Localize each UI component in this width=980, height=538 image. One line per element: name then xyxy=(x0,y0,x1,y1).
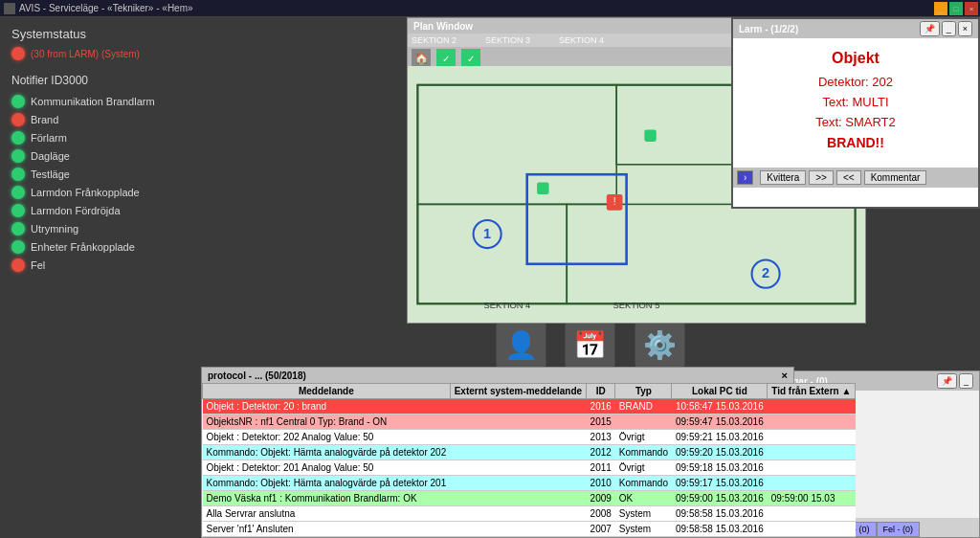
plan-title-text: Plan Window xyxy=(413,21,473,32)
table-cell-msg: Kommando: Objekt: Hämta analogvärde på d… xyxy=(203,445,451,460)
alarm-brand: BRAND!! xyxy=(745,135,967,150)
svg-text:!: ! xyxy=(613,196,616,207)
table-cell-id: 2015 xyxy=(587,415,615,430)
svg-rect-12 xyxy=(537,183,548,194)
table-cell-ext xyxy=(450,460,586,476)
status-label-text: Förlarm xyxy=(31,132,67,144)
table-row[interactable]: Alla Servrar anslutna2008System09:58:58 … xyxy=(203,506,856,522)
status-label-text: Fel xyxy=(31,259,45,271)
protocol-header-row: Meddelande Externt system-meddelande ID … xyxy=(203,384,856,399)
svg-rect-3 xyxy=(417,204,567,303)
alarm-text2: Text: SMART2 xyxy=(745,115,967,129)
status-label-text: Kommunikation Brandlarm xyxy=(31,96,155,107)
protocol-window: protocol - ... (50/2018) × Meddelande Ex… xyxy=(201,367,794,538)
alarm-body: Objekt Detektor: 202 Text: MULTI Text: S… xyxy=(733,38,978,168)
table-row[interactable]: Objekt : Detektor: 20 : brand2016BRAND10… xyxy=(203,399,856,415)
status-label-text: Testläge xyxy=(31,168,70,180)
table-cell-pc_tid: 09:58:58 15.03.2016 xyxy=(672,506,768,522)
table-row[interactable]: Demo Väska nf1 : Kommunikation Brandlarm… xyxy=(203,491,856,506)
table-cell-ext xyxy=(450,445,586,460)
table-cell-typ: Kommando xyxy=(615,476,672,491)
alarm-min-button[interactable]: _ xyxy=(942,21,956,36)
table-cell-msg: Objekt : Detektor: 202 Analog Value: 50 xyxy=(203,430,451,445)
minimize-button[interactable]: _ xyxy=(934,2,947,15)
alarm-text1: Text: MULTI xyxy=(745,95,967,109)
table-row[interactable]: Objekt : Detektor: 201 Analog Value: 502… xyxy=(203,460,856,476)
check-icon-2: ✓ xyxy=(467,54,475,64)
app-icon xyxy=(4,3,15,14)
frk-pin-button[interactable]: 📌 xyxy=(937,373,957,389)
table-cell-ext xyxy=(450,430,586,445)
table-cell-msg: Objekt : Detektor: 20 : brand xyxy=(203,399,451,415)
status-label-text: Larmdon Frånkopplade xyxy=(31,187,140,198)
table-cell-ext xyxy=(450,506,586,522)
status-dot xyxy=(11,222,25,235)
alarm-title-bar: Larm - (1/2/2) 📌 _ × xyxy=(733,19,978,38)
main-content: Systemstatus (30 from LARM) (System) Not… xyxy=(0,17,980,538)
table-cell-typ: Övrigt xyxy=(615,430,672,445)
table-cell-typ: System xyxy=(615,506,672,522)
table-row[interactable]: Server 'nf1' Ansluten2007System09:58:58 … xyxy=(203,522,856,537)
status-item: Enheter Frånkopplade xyxy=(11,240,189,254)
alarm-objekt: Objekt xyxy=(745,50,967,67)
frk-tab-fel[interactable]: Fel - (0) xyxy=(877,522,921,537)
icon-placeholder-1: 🏠 xyxy=(414,52,429,65)
svg-text:SEKTION 5: SEKTION 5 xyxy=(613,302,660,311)
svg-text:SEKTION 4: SEKTION 4 xyxy=(484,302,531,311)
frk-controls: 📌 _ xyxy=(937,373,973,389)
svg-text:1: 1 xyxy=(483,226,491,241)
status-item: Brand xyxy=(11,113,189,126)
protocol-close-button[interactable]: × xyxy=(782,370,788,381)
status-item: Larmdon Fördröjda xyxy=(11,204,189,217)
table-cell-ext xyxy=(450,476,586,491)
status-item: Förlarm xyxy=(11,131,189,145)
close-button[interactable]: × xyxy=(965,2,978,15)
table-cell-msg: Alla Servrar anslutna xyxy=(203,506,451,522)
table-cell-ext_tid xyxy=(768,476,856,491)
status-label-text: Larmdon Fördröjda xyxy=(31,205,121,216)
svg-text:2: 2 xyxy=(762,265,769,280)
table-row[interactable]: Kommando: Objekt: Hämta analogvärde på d… xyxy=(203,476,856,491)
check-icon: ✓ xyxy=(442,54,450,64)
table-cell-ext xyxy=(450,415,586,430)
status-label-text: Brand xyxy=(31,114,58,125)
section-tab-3[interactable]: SEKTION 3 xyxy=(485,35,530,45)
dev-icon-box: ⚙️ xyxy=(635,320,685,370)
status-item: Fel xyxy=(11,258,189,272)
alarm-pin-button[interactable]: 📌 xyxy=(920,21,940,36)
alarm-nav-prev[interactable]: << xyxy=(836,170,861,185)
notifier-section: Notifier ID3000 Kommunikation BrandlarmB… xyxy=(11,74,189,272)
status-dot xyxy=(11,149,25,163)
calendar-icon: 📅 xyxy=(573,329,607,361)
center-panel: Logga ut Inloggad: Tekniker 🔒 👤 Användar… xyxy=(201,17,980,538)
alarm-kvittera-button[interactable]: Kvittera xyxy=(760,170,806,185)
user-figure-icon: 👤 xyxy=(504,329,538,361)
table-cell-pc_tid: 09:58:58 15.03.2016 xyxy=(672,522,768,537)
table-cell-id: 2007 xyxy=(587,522,615,537)
status-items-container: Kommunikation BrandlarmBrandFörlarmDaglä… xyxy=(11,95,189,272)
alarm-close-button[interactable]: × xyxy=(958,21,972,36)
maximize-button[interactable]: □ xyxy=(949,2,963,15)
table-cell-typ: OK xyxy=(615,491,672,506)
section-icon-1: 🏠 xyxy=(412,49,431,68)
svg-rect-4 xyxy=(567,204,855,303)
system-alarm-indicator: (30 from LARM) (System) xyxy=(11,47,189,60)
table-cell-id: 2016 xyxy=(587,399,615,415)
col-externt: Externt system-meddelande xyxy=(450,384,586,399)
table-cell-id: 2012 xyxy=(587,445,615,460)
alarm-nav-forward[interactable]: › xyxy=(737,170,753,185)
table-cell-ext_tid xyxy=(768,445,856,460)
table-row[interactable]: Kommando: Objekt: Hämta analogvärde på d… xyxy=(203,445,856,460)
section-tab-4[interactable]: SEKTION 4 xyxy=(559,35,604,45)
table-row[interactable]: Objekt : Detektor: 202 Analog Value: 502… xyxy=(203,430,856,445)
table-cell-msg: Objekt : Detektor: 201 Analog Value: 50 xyxy=(203,460,451,476)
alarm-detektor: Detektor: 202 xyxy=(745,75,967,89)
notifier-title: Notifier ID3000 xyxy=(11,74,189,87)
alarm-nav-next[interactable]: >> xyxy=(809,170,834,185)
system-status-title: Systemstatus xyxy=(11,27,189,41)
table-row[interactable]: ObjektsNR : nf1 Central 0 Typ: Brand - O… xyxy=(203,415,856,430)
protocol-title: protocol - ... (50/2018) xyxy=(208,370,306,381)
alarm-kommentar-button[interactable]: Kommentar xyxy=(864,170,927,185)
section-tab-2[interactable]: SEKTION 2 xyxy=(412,35,457,45)
frk-min-button[interactable]: _ xyxy=(959,373,973,389)
